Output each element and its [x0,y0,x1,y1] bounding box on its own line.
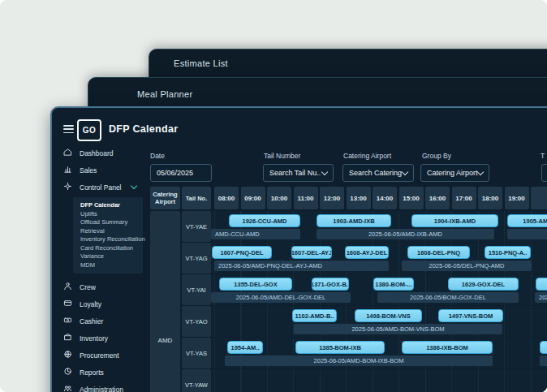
submenu-item-uplifts[interactable]: Uplifts [80,210,143,219]
journey-bar[interactable]: 2025-06-05/AMD-BOM-IXB-BOM [225,355,493,366]
sidebar-item-control-panel[interactable]: Control Panel [52,179,144,196]
tail-cell-vt-yai: VT-YAI [182,274,211,305]
time-header-cell [531,187,547,209]
submenu-item-retrieval[interactable]: Retrieval [80,227,143,236]
go-logo: GO [77,119,101,141]
window-title: Estimate List [174,58,228,68]
tail-number-label: Tail Number [264,152,300,160]
submenu-item-card-reconciliation[interactable]: Card Reconciliation [80,244,143,253]
sidebar-item-sales[interactable]: Sales [52,162,144,179]
group-by-value: Catering Airport [427,169,478,177]
date-value: 05/06/2025 [157,169,205,177]
sidebar-item-crew[interactable]: Crew [52,278,144,295]
journey-bar[interactable]: AMD-CCU-AMD [211,229,300,239]
journey-bar[interactable] [540,355,547,366]
flight-bar[interactable]: 1607-PNQ-DEL [212,246,272,259]
chevron-down-icon [131,183,137,189]
bar-chart-icon [63,165,80,175]
submenu-item-offload-summary[interactable]: Offload Summary [80,218,143,227]
flight-bar[interactable]: 1102-AMD-B.. [292,309,337,322]
time-header-cell: 13:00 [347,187,371,209]
flight-bar[interactable]: 1607-DEL-AYJ [291,246,332,259]
sidebar-item-loyalty[interactable]: Loyalty [52,295,144,312]
sidebar-submenu: DFP CalendarUpliftsOffload SummaryRetrie… [73,197,143,274]
sidebar-item-label: Crew [80,283,144,291]
gantt-row-vt-yai: 1355-DEL-GOX1371-GOX-B..1380-BOM-...1629… [211,274,547,305]
flight-bar[interactable]: 1954-AM.. [227,341,263,354]
sidebar-item-reports[interactable]: Reports [52,364,144,381]
sidebar-item-label: Loyalty [80,300,144,308]
gantt-row-vt-yae: 1926-CCU-AMD1903-AMD-IXB1904-IXB-AMD1905… [211,211,547,242]
cash-icon [63,316,80,326]
sidebar-item-label: Sales [80,166,144,174]
airport-group-cell: AMD [150,211,180,392]
time-header-cell: 15:00 [399,187,424,209]
flight-bar[interactable] [540,341,547,354]
screen: Estimate List Meal Planner GO DFP Calend… [0,0,547,392]
person-icon [63,282,80,292]
sidebar-item-dashboard[interactable]: Dashboard [52,144,144,162]
flight-bar[interactable]: 1629-GOX-DEL [448,278,519,291]
sidebar-item-administration[interactable]: Administration [52,381,144,392]
extra-filter-select[interactable] [541,164,547,182]
sidebar-item-label: Procurement [80,351,144,360]
chevron-down-icon [402,168,408,174]
sidebar-item-label: Cashier [80,317,144,325]
journey-bar[interactable]: 2025-06-05/AMD-BOM-VNS-BOM [294,324,502,334]
extra-filter-label: T [541,152,545,160]
time-header-cell: 12:00 [320,187,344,209]
flight-bar[interactable]: 1371-GOX-B.. [312,278,349,291]
submenu-item-dfp-calendar[interactable]: DFP Calendar [80,201,143,210]
flight-bar[interactable]: 1355-DEL-GOX [219,278,292,291]
flight-bar[interactable]: 1608-AYJ-DEL [345,246,389,259]
date-label: Date [150,152,165,160]
window-dfp-calendar: GO DFP Calendar DashboardSalesControl Pa… [50,106,547,392]
sidebar-item-label: Reports [80,368,144,377]
submenu-item-mdm[interactable]: MDM [80,261,143,270]
wrench-icon [63,182,80,192]
journey-bar[interactable] [507,229,547,239]
tail-cell-vt-yag: VT-YAG [182,243,211,274]
group-by-label: Group By [422,152,451,160]
submenu-item-inventory-reconciliation[interactable]: Inventory Reconciliation [80,235,143,244]
time-header-cell: 19:00 [505,187,529,209]
tail-number-select[interactable]: Search Tail Nu.. [263,164,334,182]
flight-bar[interactable]: 1926-CCU-AMD [229,214,300,227]
journey-bar[interactable]: 2025-06-05/DEL-PNQ-AMD [402,261,532,271]
tail-number-placeholder: Search Tail Nu.. [269,169,322,177]
flight-bar[interactable]: 1385-BOM-IXB [295,341,385,354]
tail-cell-vt-yao: VT-YAO [182,306,211,337]
card-icon [63,299,80,309]
journey-bar[interactable]: 2025-06-05/ [535,292,547,303]
column-header-tail-no: Tail No. [182,187,211,209]
time-header-cell: 11:00 [294,187,318,209]
flight-bar[interactable] [536,278,547,291]
journey-bar[interactable]: 2025-06-05/AMD-IXB-AMD [317,229,494,239]
date-input[interactable]: 05/06/2025 [150,164,212,182]
journey-bar[interactable]: 2025-06-05/AMD-PNQ-DEL-AYJ-AMD [214,261,389,271]
flight-bar[interactable]: 1498-BOM-VNS [355,309,422,322]
flight-bar[interactable]: 1905-AMD [507,214,547,227]
flight-bar[interactable]: 1903-AMD-IXB [317,214,391,227]
flight-bar[interactable]: 1608-DEL-PNQ [407,246,470,259]
flight-bar[interactable]: 1497-VNS-BOM [438,309,503,322]
box-icon [63,333,80,343]
flight-bar[interactable]: 1510-PNQ-A.. [485,246,531,259]
catering-airport-select[interactable]: Search Catering ... [342,164,414,182]
flight-bar[interactable]: 1904-IXB-AMD [411,214,498,227]
sidebar-item-inventory[interactable]: Inventory [52,330,144,347]
journey-bar[interactable]: 2025-06-05/AMD-DEL-GOX-DEL [211,292,351,303]
time-header-cell: 16:00 [425,187,450,209]
submenu-item-variance[interactable]: Variance [80,252,143,261]
menu-hamburger-icon[interactable] [63,125,74,133]
time-header-cell: 10:00 [267,187,291,209]
gantt-row-vt-yag: 1607-PNQ-DEL1607-DEL-AYJ1608-AYJ-DEL1608… [211,243,547,274]
sidebar-item-cashier[interactable]: Cashier [52,312,144,330]
time-header-cell: 09:00 [241,187,265,209]
catering-airport-label: Catering Airport [343,152,391,160]
journey-bar[interactable]: 2025-06-05/BOM-GOX-DEL [377,292,519,303]
flight-bar[interactable]: 1386-IXB-BOM [402,341,493,354]
group-by-select[interactable]: Catering Airport [420,164,489,182]
sidebar-item-procurement[interactable]: Procurement [52,347,144,364]
flight-bar[interactable]: 1380-BOM-... [373,278,414,291]
